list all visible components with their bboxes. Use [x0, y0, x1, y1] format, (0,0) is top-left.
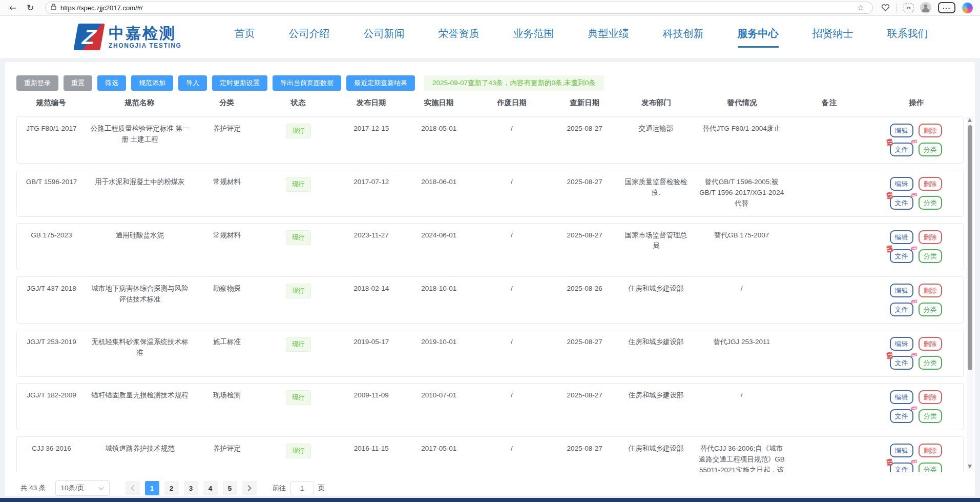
cell-abolish-date: / [472, 444, 551, 454]
cell-abolish-date: / [472, 284, 551, 294]
toolbar-button[interactable]: 重置 [64, 75, 92, 91]
nav-item[interactable]: 荣誉资质 [422, 27, 496, 48]
cell-category: 施工标准 [194, 337, 260, 348]
file-button[interactable]: 文件 [890, 409, 913, 423]
category-button[interactable]: 分类 [919, 196, 942, 210]
page-size-select[interactable]: 10条/页 [55, 480, 110, 496]
next-page-button[interactable] [242, 481, 257, 495]
column-header: 状态 [260, 98, 337, 108]
page-button[interactable]: 3 [184, 481, 198, 495]
toolbar-button[interactable]: 规范添加 [131, 75, 173, 91]
toolbar-button[interactable]: 最近定期查新结果 [346, 75, 415, 91]
table-header: 规范编号 规范名称 分类 状态 发布日期 实施日期 作废日期 查新日期 发布部门… [16, 98, 964, 113]
browser-essentials-icon[interactable] [881, 4, 890, 12]
table-row: CJJ 36-2016 城镇道路养护技术规范 养护评定 现行 2016-11-1… [16, 436, 964, 472]
cell-category: 勘察物探 [194, 284, 260, 294]
paperclip-icon [907, 403, 919, 414]
edit-button[interactable]: 编辑 [890, 177, 913, 191]
table-row: GB 175-2023 通用硅酸盐水泥 常规材料 现行 2023-11-27 2… [16, 223, 964, 270]
cell-check-date: 2025-08-27 [552, 230, 618, 241]
toolbar-button[interactable]: 导出当前页面数据 [273, 75, 341, 91]
logo-z-mark-icon: Z [73, 24, 105, 50]
web-capture-icon[interactable]: ✂ [904, 4, 913, 12]
column-header: 作废日期 [472, 98, 551, 108]
file-button[interactable]: 文件 [890, 356, 913, 370]
delete-button[interactable]: 删除 [919, 337, 942, 351]
page-button[interactable]: 2 [164, 481, 179, 495]
favorite-star-icon[interactable]: ☆ [854, 3, 867, 13]
cell-status: 现行 [260, 444, 337, 458]
cell-department: 住房和城乡建设部 [618, 284, 695, 294]
file-button[interactable]: 文件 [890, 463, 913, 472]
edit-button[interactable]: 编辑 [890, 444, 913, 457]
book-badge-icon [886, 138, 893, 146]
toolbar-button[interactable]: 导入 [178, 75, 207, 91]
edit-button[interactable]: 编辑 [890, 230, 913, 244]
nav-item[interactable]: 公司介绍 [272, 27, 347, 48]
file-button[interactable]: 文件 [890, 249, 913, 263]
delete-button[interactable]: 删除 [919, 444, 942, 457]
toolbar-button[interactable]: 定时更新设置 [212, 75, 267, 91]
scroll-up-arrow-icon[interactable] [968, 118, 972, 122]
nav-item[interactable]: 科技创新 [646, 27, 721, 48]
nav-item[interactable]: 服务中心 [721, 27, 796, 48]
cell-status: 现行 [260, 230, 337, 245]
company-logo[interactable]: Z 中嘉检测 ZHONGJIA TESTING [76, 24, 182, 50]
delete-button[interactable]: 删除 [919, 390, 942, 404]
toolbar-button[interactable]: 重新登录 [16, 75, 58, 91]
delete-button[interactable]: 删除 [919, 230, 942, 244]
edit-button[interactable]: 编辑 [890, 124, 913, 137]
file-button[interactable]: 文件 [890, 143, 913, 156]
settings-more-icon[interactable]: ··· [938, 2, 955, 13]
nav-item[interactable]: 首页 [218, 27, 272, 48]
refresh-icon[interactable]: ↻ [24, 2, 37, 14]
nav-item[interactable]: 招贤纳士 [796, 27, 870, 48]
cell-name: 锚杆锚固质量无损检测技术规程 [86, 390, 194, 401]
scroll-down-arrow-icon[interactable] [968, 465, 972, 469]
nav-item[interactable]: 联系我们 [870, 27, 945, 48]
delete-button[interactable]: 删除 [919, 284, 942, 297]
address-bar[interactable]: https://spec.zjjc2017.com/#/ ☆ [45, 2, 873, 14]
category-button[interactable]: 分类 [919, 143, 942, 156]
edit-button[interactable]: 编辑 [890, 337, 913, 351]
edit-button[interactable]: 编辑 [890, 390, 913, 404]
nav-item[interactable]: 业务范围 [496, 27, 571, 48]
category-button[interactable]: 分类 [919, 303, 942, 316]
book-badge-icon [886, 352, 893, 359]
page-button[interactable]: 5 [223, 481, 237, 495]
cell-abolish-date: / [472, 124, 551, 134]
scrollbar-thumb[interactable] [968, 125, 972, 370]
cell-implement-date: 2018-10-01 [406, 284, 472, 294]
page-button[interactable]: 4 [203, 481, 218, 495]
delete-button[interactable]: 删除 [919, 124, 942, 137]
table-row: GB/T 1596-2017 用于水泥和混凝土中的粉煤灰 常规材料 现行 201… [16, 170, 964, 217]
back-icon[interactable]: ← [6, 2, 19, 14]
cell-status: 现行 [260, 337, 337, 352]
column-header: 发布部门 [618, 98, 695, 108]
logo-title: 中嘉检测 [109, 25, 182, 42]
cell-category: 养护评定 [194, 124, 260, 134]
toolbar: 重新登录 重置 筛选 规范添加 导入 定时更新设置 导出当前页面数据 最近定期查… [5, 62, 975, 91]
toolbar-button[interactable]: 筛选 [97, 75, 126, 91]
copilot-icon[interactable] [962, 3, 973, 13]
category-button[interactable]: 分类 [919, 463, 942, 472]
cell-name: 城市地下病害体综合探测与风险评估技术标准 [86, 284, 194, 305]
profile-avatar[interactable] [920, 2, 931, 13]
goto-page-input[interactable] [290, 481, 314, 495]
table-row: JGJ/T 437-2018 城市地下病害体综合探测与风险评估技术标准 勘察物探… [16, 276, 964, 324]
cell-replacement: 替代JTG F80/1-2004废止 [694, 124, 789, 134]
delete-button[interactable]: 删除 [919, 177, 942, 191]
file-button[interactable]: 文件 [890, 196, 913, 210]
edit-button[interactable]: 编辑 [890, 284, 913, 297]
nav-item[interactable]: 公司新闻 [347, 27, 422, 48]
category-button[interactable]: 分类 [919, 409, 942, 423]
cell-department: 住房和城乡建设部 [618, 444, 695, 454]
page-button[interactable]: 1 [145, 481, 159, 495]
category-button[interactable]: 分类 [919, 356, 942, 370]
prev-page-button[interactable] [126, 481, 140, 495]
nav-item[interactable]: 典型业绩 [571, 27, 646, 48]
cell-replacement: 替代CJJ 36-2006;自《城市道路交通工程项目规范》GB 55011-20… [694, 444, 789, 472]
file-button[interactable]: 文件 [890, 303, 913, 316]
cell-code: JTG F80/1-2017 [17, 124, 86, 134]
category-button[interactable]: 分类 [919, 249, 942, 263]
